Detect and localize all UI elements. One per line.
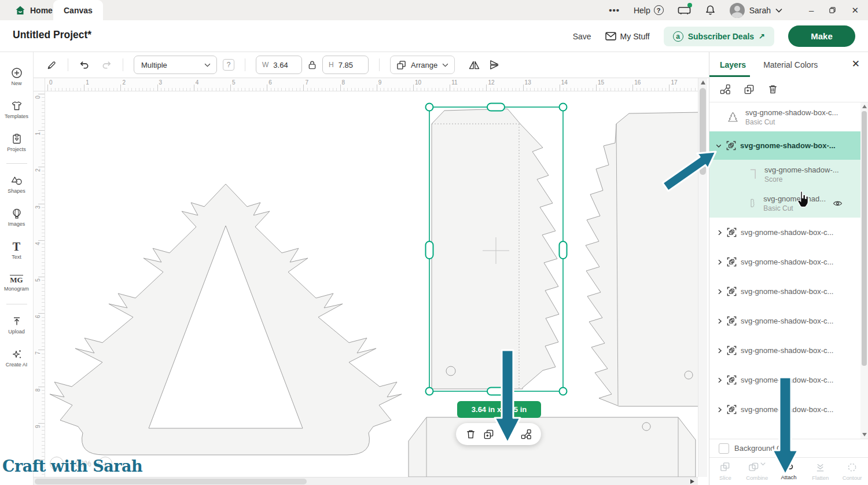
selection-handle-s[interactable]	[487, 388, 505, 395]
layer-group-row[interactable]: svg-gnome-shadow-box-c...	[709, 247, 868, 277]
notifications-button[interactable]	[705, 5, 716, 16]
layers-scroll-thumb[interactable]	[862, 111, 867, 366]
scroll-right-arrow[interactable]	[690, 479, 694, 484]
project-title[interactable]: Untitled Project*	[13, 29, 91, 41]
pencil-tool-button[interactable]	[46, 60, 57, 71]
background-color-swatch[interactable]	[719, 443, 729, 454]
layer-group-row[interactable]: svg-gnome-shadow-box-c...	[709, 365, 868, 395]
chevron-right-icon[interactable]	[717, 259, 723, 266]
panel-close-button[interactable]: ✕	[852, 59, 860, 69]
group-weld-button[interactable]	[720, 84, 731, 95]
duplicate-layer-button[interactable]	[744, 84, 755, 95]
sidebar-label: Templates	[5, 113, 28, 119]
h-ruler-number: 2	[122, 79, 126, 86]
canvas-hscroll-thumb[interactable]	[35, 479, 307, 484]
slice-button[interactable]: Slice	[709, 458, 741, 485]
sidebar-item-create-ai[interactable]: Create AI	[1, 341, 33, 374]
selection-handle-ne[interactable]	[560, 104, 567, 111]
tab-canvas[interactable]: Canvas	[53, 0, 103, 20]
v-ruler-number: 1	[35, 129, 42, 138]
arrange-dropdown[interactable]: Arrange	[390, 56, 455, 74]
visibility-toggle[interactable]	[833, 200, 843, 207]
chevron-right-icon[interactable]	[717, 318, 723, 325]
sidebar-item-templates[interactable]: Templates	[1, 93, 33, 126]
flip-horizontal-button[interactable]	[469, 60, 480, 70]
layer-group-row[interactable]: svg-gnome-shadow-box-c...	[709, 277, 868, 306]
scroll-up-arrow[interactable]	[701, 80, 705, 84]
tab-layers[interactable]: Layers	[720, 60, 746, 69]
chevron-right-icon[interactable]	[717, 229, 723, 236]
layer-name: svg-gnome-shadow-...	[764, 166, 839, 174]
chevron-right-icon[interactable]	[717, 288, 723, 295]
duplicate-button[interactable]	[483, 429, 494, 440]
canvas-vscroll-thumb[interactable]	[700, 88, 706, 175]
eye-icon	[833, 200, 843, 207]
layer-group-row[interactable]: svg-gnome-shadow-box-c...	[709, 336, 868, 365]
layer-group-row-selected[interactable]: svg-gnome-shadow-box-...	[709, 131, 868, 160]
flatten-button[interactable]: Flatten	[804, 458, 836, 485]
scroll-down-arrow[interactable]	[862, 433, 867, 436]
layer-row[interactable]: svg-gnome-shadow-box-c... Basic Cut	[709, 102, 868, 131]
canvas-shape-tree-frame[interactable]	[50, 184, 402, 455]
subscriber-deals-button[interactable]: a Subscriber Deals ↗	[664, 27, 774, 46]
selection-handle-n[interactable]	[487, 104, 505, 111]
layer-group-row[interactable]: svg-gnome-shadow-box-c...	[709, 218, 868, 247]
canvas-horizontal-scrollbar[interactable]	[34, 477, 698, 485]
weld-button[interactable]	[521, 429, 532, 440]
aspect-lock-button[interactable]	[308, 60, 317, 70]
attach-button[interactable]	[502, 429, 514, 439]
restore-button[interactable]	[829, 6, 836, 14]
machine-status-button[interactable]	[678, 5, 691, 16]
delete-layer-button[interactable]	[767, 84, 778, 95]
selection-handle-sw[interactable]	[426, 388, 433, 395]
chevron-right-icon[interactable]	[717, 347, 723, 354]
help-button[interactable]: Help ?	[634, 5, 664, 15]
height-field[interactable]: H 7.85	[322, 56, 369, 74]
width-field[interactable]: W 3.64	[256, 56, 302, 74]
canvas-shape-right-panel[interactable]	[586, 112, 698, 406]
canvas-shape-bottom-box[interactable]	[409, 417, 696, 477]
undo-button[interactable]	[79, 60, 90, 70]
selection-type-dropdown[interactable]: Multiple	[134, 56, 217, 74]
sidebar-item-text[interactable]: T Text	[1, 234, 33, 267]
my-stuff-button[interactable]: My Stuff	[605, 32, 650, 41]
close-button[interactable]: ✕	[851, 6, 859, 14]
canvas-shape-selected-panel[interactable]	[432, 109, 559, 389]
selection-handle-se[interactable]	[560, 388, 567, 395]
flip-vertical-button[interactable]	[489, 60, 499, 70]
sidebar-item-upload[interactable]: Upload	[1, 308, 33, 341]
chevron-right-icon[interactable]	[717, 377, 723, 384]
scroll-up-arrow[interactable]	[862, 105, 867, 108]
sidebar-item-monogram[interactable]: MG Monogram	[1, 267, 33, 300]
attach-action-button[interactable]: Attach	[773, 458, 805, 485]
sidebar-item-new[interactable]: New	[1, 60, 33, 93]
sidebar-item-projects[interactable]: Projects	[1, 126, 33, 159]
chevron-down-icon[interactable]	[715, 143, 722, 149]
layer-group-row[interactable]: svg-gnome-shadow-box-c...	[709, 306, 868, 336]
group-icon	[727, 286, 737, 296]
layer-group-row[interactable]: svg-gnome-shadow-box-c...	[709, 395, 868, 424]
make-button[interactable]: Make	[788, 25, 855, 47]
sidebar-item-images[interactable]: Images	[1, 201, 33, 234]
save-button[interactable]: Save	[573, 32, 591, 41]
layer-row-score[interactable]: svg-gnome-shadow-... Score	[709, 160, 868, 189]
minimize-button[interactable]: –	[809, 6, 814, 14]
sidebar-item-shapes[interactable]: Shapes	[1, 168, 33, 201]
selection-handle-e[interactable]	[560, 241, 567, 259]
canvas-area[interactable]: 01234567891011121314151617 0123456789	[34, 78, 709, 485]
selection-handle-w[interactable]	[426, 241, 433, 259]
contour-button[interactable]: Contour	[836, 458, 868, 485]
tab-material-colors[interactable]: Material Colors	[763, 60, 818, 69]
redo-button[interactable]	[101, 60, 112, 70]
chevron-right-icon[interactable]	[717, 406, 723, 413]
layers-scrollbar[interactable]	[860, 102, 868, 439]
delete-button[interactable]	[465, 429, 476, 440]
selection-handle-nw[interactable]	[426, 104, 433, 111]
v-ruler-number: 8	[35, 385, 42, 395]
canvas-vertical-scrollbar[interactable]	[698, 78, 707, 477]
more-menu-button[interactable]: •••	[609, 5, 620, 15]
account-menu[interactable]: Sarah	[730, 3, 782, 18]
layer-row-basic-cut[interactable]: svg-gnome-shad... Basic Cut	[709, 189, 868, 218]
combine-button[interactable]: Combine	[741, 458, 773, 485]
selection-help-button[interactable]: ?	[223, 59, 234, 71]
